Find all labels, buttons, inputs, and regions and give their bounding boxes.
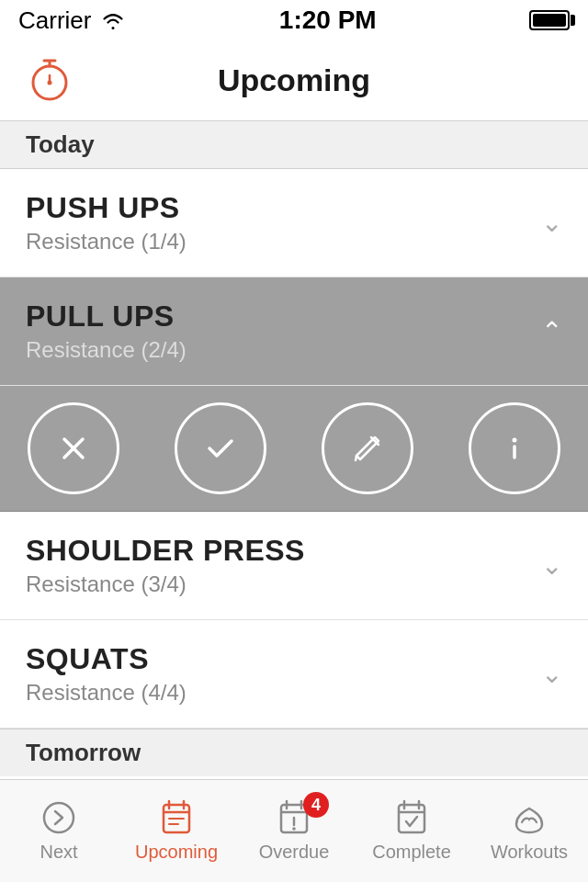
upcoming-icon-wrap bbox=[156, 799, 197, 836]
tab-workouts[interactable]: Workouts bbox=[470, 780, 588, 882]
status-right bbox=[529, 10, 570, 30]
exercise-sub-shoulder-press: Resistance (3/4) bbox=[26, 571, 305, 597]
complete-exercise-button[interactable] bbox=[175, 402, 266, 494]
battery-icon bbox=[529, 10, 570, 30]
exercise-name-squats: SQUATS bbox=[26, 642, 187, 676]
section-header-tomorrow: Tomorrow bbox=[0, 729, 588, 776]
status-time: 1:20 PM bbox=[279, 6, 377, 35]
next-icon-wrap bbox=[39, 799, 79, 836]
complete-icon-wrap bbox=[391, 799, 432, 836]
action-row-pull-ups bbox=[0, 386, 588, 512]
battery-fill bbox=[533, 14, 566, 27]
svg-rect-21 bbox=[399, 805, 424, 832]
workouts-icon-wrap bbox=[509, 799, 549, 836]
tab-upcoming[interactable]: Upcoming bbox=[118, 780, 235, 882]
upcoming-icon bbox=[156, 799, 197, 836]
chevron-down-shoulder-press: ⌄ bbox=[541, 550, 562, 581]
timer-icon-button[interactable] bbox=[26, 57, 74, 105]
wifi-icon bbox=[100, 10, 126, 30]
tab-bar: Next Upcoming 4 bbox=[0, 779, 588, 882]
tab-next[interactable]: Next bbox=[0, 780, 118, 882]
exercise-row-shoulder-press[interactable]: SHOULDER PRESS Resistance (3/4) ⌄ bbox=[0, 512, 588, 620]
chevron-down-push-ups: ⌄ bbox=[541, 208, 562, 238]
nav-bar: Upcoming bbox=[0, 40, 588, 121]
exercise-info-pull-ups: PULL UPS Resistance (2/4) bbox=[26, 300, 187, 363]
overdue-badge: 4 bbox=[303, 792, 329, 818]
tab-overdue-label: Overdue bbox=[259, 842, 330, 863]
tab-complete-label: Complete bbox=[372, 842, 451, 863]
tab-overdue[interactable]: 4 Overdue bbox=[235, 780, 353, 882]
exercise-name-pull-ups: PULL UPS bbox=[26, 300, 187, 334]
svg-line-5 bbox=[356, 456, 356, 460]
exercise-row-squats[interactable]: SQUATS Resistance (4/4) ⌄ bbox=[0, 620, 588, 729]
exercise-sub-squats: Resistance (4/4) bbox=[26, 680, 187, 706]
exercise-row-push-ups[interactable]: PUSH UPS Resistance (1/4) ⌄ bbox=[0, 169, 588, 277]
exercise-info-shoulder-press: SHOULDER PRESS Resistance (3/4) bbox=[26, 534, 305, 597]
svg-point-8 bbox=[44, 803, 74, 832]
status-left: Carrier bbox=[18, 6, 126, 35]
nav-title: Upcoming bbox=[218, 62, 370, 98]
svg-point-1 bbox=[48, 80, 52, 85]
svg-point-20 bbox=[292, 827, 296, 831]
svg-point-7 bbox=[513, 438, 517, 443]
exercise-row-pull-ups[interactable]: PULL UPS Resistance (2/4) ⌃ bbox=[0, 277, 588, 386]
workouts-icon bbox=[509, 799, 549, 836]
info-exercise-button[interactable] bbox=[469, 402, 560, 494]
exercise-name-push-ups: PUSH UPS bbox=[26, 191, 187, 225]
chevron-down-squats: ⌄ bbox=[541, 659, 562, 689]
carrier-label: Carrier bbox=[18, 6, 91, 35]
edit-exercise-button[interactable] bbox=[322, 402, 413, 494]
exercise-name-shoulder-press: SHOULDER PRESS bbox=[26, 534, 305, 568]
tab-upcoming-label: Upcoming bbox=[135, 842, 218, 863]
status-bar: Carrier 1:20 PM bbox=[0, 0, 588, 40]
complete-icon bbox=[391, 799, 432, 836]
tab-complete[interactable]: Complete bbox=[353, 780, 470, 882]
overdue-icon-wrap: 4 bbox=[274, 799, 314, 836]
exercise-sub-push-ups: Resistance (1/4) bbox=[26, 229, 187, 254]
cancel-exercise-button[interactable] bbox=[28, 402, 119, 494]
next-icon bbox=[39, 799, 79, 836]
tab-workouts-label: Workouts bbox=[491, 842, 568, 863]
chevron-up-pull-ups: ⌃ bbox=[541, 316, 562, 346]
section-header-today: Today bbox=[0, 121, 588, 169]
tab-next-label: Next bbox=[40, 842, 77, 863]
exercise-info-push-ups: PUSH UPS Resistance (1/4) bbox=[26, 191, 187, 254]
exercise-info-squats: SQUATS Resistance (4/4) bbox=[26, 642, 187, 706]
exercise-sub-pull-ups: Resistance (2/4) bbox=[26, 337, 187, 363]
